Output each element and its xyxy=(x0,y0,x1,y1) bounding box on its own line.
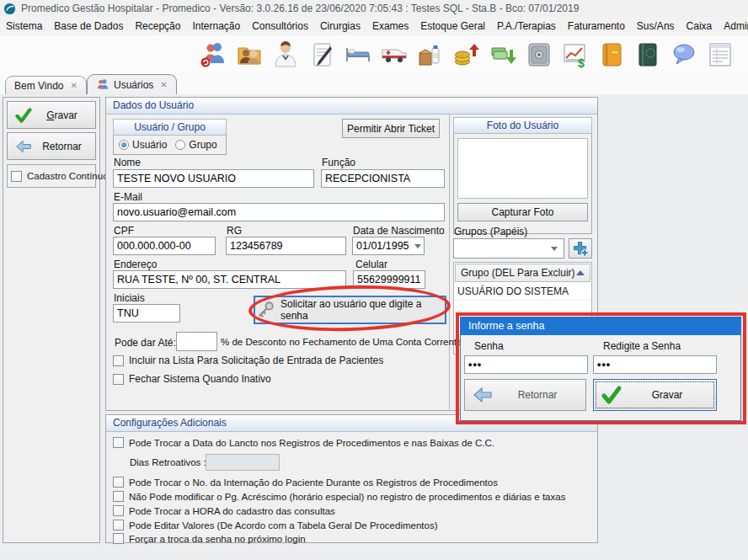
config-checkbox-forcar-troca-senha[interactable]: Forçar a troca da senha no próximo login xyxy=(113,533,306,544)
desconto-input[interactable] xyxy=(176,332,217,351)
tab-close-icon[interactable] xyxy=(160,80,167,89)
menu-sus-ans[interactable]: Sus/Ans xyxy=(631,17,681,35)
desconto-prefix-label: Pode dar Até: xyxy=(115,337,176,349)
finance-chart-icon[interactable]: $ xyxy=(562,40,589,70)
svg-text:$: $ xyxy=(578,56,585,68)
config-checkbox-editar-valores[interactable]: Pode Editar Valores (De Acordo com a Tab… xyxy=(113,520,437,531)
permitir-abrir-ticket-button[interactable]: Permitir Abrir Ticket xyxy=(342,119,440,138)
cadastro-continuo-checkbox[interactable]: Cadastro Contínuo xyxy=(11,171,109,182)
photo-panel: Foto do Usuário Capturar Foto xyxy=(453,117,592,234)
cpf-label: CPF xyxy=(114,225,134,237)
chevron-down-icon[interactable] xyxy=(414,244,421,248)
groups-grid-header[interactable]: Grupo (DEL Para Excluir) xyxy=(455,264,590,282)
config-checkbox-no-internacao[interactable]: Pode Trocar o No. da Internação do Pacie… xyxy=(113,477,498,488)
funcao-input[interactable] xyxy=(321,169,445,188)
bed-icon[interactable] xyxy=(345,40,371,70)
endereco-input[interactable] xyxy=(113,270,346,289)
book-icon[interactable] xyxy=(634,40,661,70)
chat-icon[interactable] xyxy=(671,40,697,70)
redigite-senha-input[interactable] xyxy=(593,355,717,374)
menu-faturamento[interactable]: Faturamento xyxy=(562,17,631,35)
title-bar: Promedico Gestão Hospitalar - Promedico … xyxy=(0,0,748,17)
cash-in-icon[interactable] xyxy=(453,40,480,70)
doctor-icon[interactable] xyxy=(272,40,299,70)
check-icon xyxy=(601,385,622,405)
radio-grupo[interactable] xyxy=(175,140,185,150)
senha-input[interactable] xyxy=(464,355,588,374)
user-group-box: Usuário / Grupo Usuário Grupo xyxy=(113,119,227,155)
group-row[interactable]: USUÁRIO DO SISTEMA xyxy=(454,283,591,301)
menu-base-de-dados[interactable]: Base de Dados xyxy=(48,17,129,35)
menu-sistema[interactable]: Sistema xyxy=(0,17,48,35)
menu-exames[interactable]: Exames xyxy=(366,17,414,35)
incluir-lista-checkbox[interactable]: Incluir na Lista Para Solicitação de Ent… xyxy=(113,355,383,366)
check-icon xyxy=(15,107,32,124)
checkbox-icon xyxy=(113,477,124,488)
menu-caixa[interactable]: Caixa xyxy=(681,17,719,35)
save-button-label: Gravar xyxy=(32,109,92,121)
checkbox-icon xyxy=(113,491,124,502)
checkbox-icon xyxy=(11,171,22,182)
dialog-save-button[interactable]: Gravar xyxy=(593,379,717,411)
desconto-suffix-label: % de Desconto no Fechamento de Uma Conta… xyxy=(221,337,462,347)
safe-icon[interactable] xyxy=(526,40,553,70)
menu-consultorios[interactable]: Consultórios xyxy=(246,17,314,35)
ambulance-icon[interactable] xyxy=(381,40,408,70)
fechar-sistema-checkbox[interactable]: Fechar Sistema Quando Inativo xyxy=(113,373,271,385)
add-group-button[interactable] xyxy=(569,238,592,259)
menu-internacao[interactable]: Internação xyxy=(186,17,246,35)
menu-administracao[interactable]: Administração xyxy=(718,17,748,35)
nome-input[interactable] xyxy=(113,169,314,188)
config-checkbox-data-lancto[interactable]: Pode Trocar a Data do Lancto nos Registr… xyxy=(113,437,494,448)
redigite-senha-label: Redigite a Senha xyxy=(603,340,681,352)
rg-input[interactable] xyxy=(226,237,346,255)
menu-pa-terapias[interactable]: P.A./Terapias xyxy=(491,17,562,35)
sidebar-panel: Gravar Retornar Cadastro Contínuo xyxy=(3,97,100,543)
checkbox-icon xyxy=(113,355,124,366)
tab-close-icon[interactable] xyxy=(70,81,77,90)
phonebook-icon[interactable] xyxy=(598,40,625,70)
return-button[interactable]: Retornar xyxy=(7,132,96,160)
tab-usuarios[interactable]: Usuários xyxy=(87,74,177,94)
config-checkbox-hora-consultas[interactable]: Pode Trocar a HORA do cadastro das consu… xyxy=(113,505,335,516)
email-field[interactable] xyxy=(113,203,445,221)
patients-icon[interactable] xyxy=(236,40,263,70)
menu-recepcao[interactable]: Recepção xyxy=(129,17,186,35)
request-password-button[interactable]: Solicitar ao usuário que digite a senha xyxy=(254,296,446,324)
senha-label: Senha xyxy=(474,340,504,352)
password-dialog: Informe a senha Senha Redigite a Senha R… xyxy=(460,317,741,421)
celular-label: Celular xyxy=(355,259,387,270)
prescription-icon[interactable] xyxy=(308,40,335,70)
menu-estoque-geral[interactable]: Estoque Geral xyxy=(414,17,491,35)
key-icon xyxy=(255,300,275,320)
menu-cirurgias[interactable]: Cirurgias xyxy=(314,17,366,35)
pharmacy-icon[interactable] xyxy=(417,40,444,70)
arrow-left-icon xyxy=(473,385,493,405)
save-button[interactable]: Gravar xyxy=(7,101,96,129)
iniciais-input[interactable] xyxy=(113,304,180,323)
nome-label: Nome xyxy=(114,157,141,168)
rg-label: RG xyxy=(227,225,242,237)
tab-label: Usuários xyxy=(114,79,153,91)
grupos-combo[interactable] xyxy=(453,238,564,259)
app-window: Promedico Gestão Hospitalar - Promedico … xyxy=(0,0,748,560)
report-icon[interactable] xyxy=(707,40,734,70)
window-title: Promedico Gestão Hospitalar - Promedico … xyxy=(21,3,579,14)
celular-input[interactable] xyxy=(353,270,425,289)
tab-bem-vindo[interactable]: Bem Vindo xyxy=(5,76,87,94)
data-nascimento-label: Data de Nascimento xyxy=(353,225,445,237)
panel-header: Dados do Usuário xyxy=(106,98,597,115)
capture-photo-button[interactable]: Capturar Foto xyxy=(457,203,588,221)
chevron-down-icon[interactable] xyxy=(551,247,558,251)
dialog-return-button[interactable]: Retornar xyxy=(464,379,586,411)
users-icon[interactable] xyxy=(200,40,227,70)
cpf-input[interactable] xyxy=(113,237,216,255)
tab-strip: Bem Vindo Usuários xyxy=(0,74,748,94)
dias-retroativos-label: Dias Retroativos : xyxy=(130,457,206,467)
endereco-label: Endereço xyxy=(114,259,157,270)
password-dialog-title: Informe a senha xyxy=(460,317,741,335)
cash-out-icon[interactable] xyxy=(489,40,516,70)
config-checkbox-pg-acrescimo[interactable]: Não Pode modificar o Pg. Acréscimo (horá… xyxy=(113,491,565,502)
funcao-label: Função xyxy=(322,157,355,168)
radio-usuario[interactable] xyxy=(119,140,129,150)
